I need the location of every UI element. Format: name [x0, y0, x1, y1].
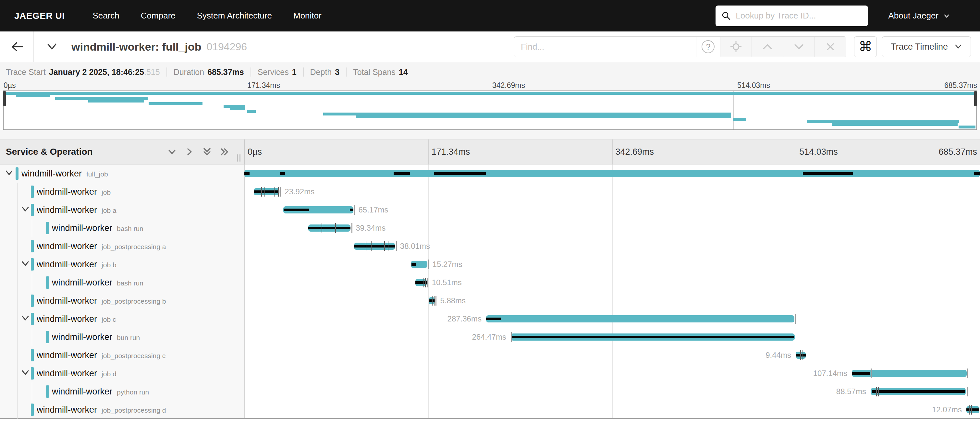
about-jaeger-menu[interactable]: About Jaeger: [888, 11, 950, 21]
span-timeline-cell[interactable]: 9.44ms: [244, 346, 980, 364]
span-name-cell[interactable]: windmill-workerjob a: [0, 201, 244, 219]
trace-start-value: January 2 2025, 18:46:25: [49, 67, 144, 77]
span-bar[interactable]: [486, 315, 795, 323]
collapse-chevron-icon[interactable]: [21, 205, 30, 215]
span-timeline-cell[interactable]: [244, 164, 980, 183]
prev-match-button[interactable]: [752, 37, 783, 57]
span-name-cell[interactable]: windmill-workerjob_postprocessing b: [0, 292, 244, 310]
span-name-cell[interactable]: windmill-workerfull_job: [0, 164, 244, 183]
span-name-cell[interactable]: windmill-workerjob_postprocessing c: [0, 346, 244, 364]
span-timeline-cell[interactable]: 10.51ms: [244, 274, 980, 292]
collapse-all-icon[interactable]: [201, 146, 213, 157]
span-name-cell[interactable]: windmill-workerbash run: [0, 274, 244, 292]
span-duration-label: 23.92ms: [285, 187, 315, 196]
nav-item-system-architecture[interactable]: System Architecture: [197, 11, 272, 21]
span-name-cell[interactable]: windmill-workerjob_postprocessing a: [0, 237, 244, 255]
span-row[interactable]: windmill-workerjob b15.27ms: [0, 255, 980, 274]
find-help-button[interactable]: ?: [696, 37, 720, 57]
trace-view-select[interactable]: Trace Timeline: [882, 37, 971, 57]
app-brand[interactable]: JAEGER UI: [14, 11, 65, 21]
collapse-chevron-icon[interactable]: [4, 169, 14, 178]
service-color-bar: [16, 167, 19, 180]
span-row[interactable]: windmill-workerpython run88.57ms: [0, 382, 980, 401]
span-timeline-cell[interactable]: 107.14ms: [244, 364, 980, 382]
span-timeline-cell[interactable]: 38.01ms: [244, 237, 980, 255]
span-row[interactable]: windmill-workerjob_postprocessing b5.88m…: [0, 292, 980, 310]
column-resize-handle[interactable]: [237, 154, 240, 162]
span-edge-tick: [795, 314, 796, 324]
span-row[interactable]: windmill-workerfull_job: [0, 164, 980, 183]
span-name-cell[interactable]: windmill-workerbun run: [0, 328, 244, 346]
span-name-cell[interactable]: windmill-workerpython run: [0, 382, 244, 401]
span-log-tick: [802, 350, 802, 360]
span-name-cell[interactable]: windmill-workerjob d: [0, 364, 244, 382]
service-name: windmill-workerjob_postprocessing d: [37, 405, 166, 415]
collapse-chevron-icon[interactable]: [21, 259, 30, 269]
span-timeline-cell[interactable]: 15.27ms: [244, 255, 980, 274]
command-icon: ⌘: [859, 40, 872, 54]
clear-find-button[interactable]: [815, 37, 846, 57]
chevron-down-icon: [21, 259, 30, 268]
span-row[interactable]: windmill-workerjob d107.14ms: [0, 364, 980, 382]
find-input[interactable]: [514, 37, 696, 57]
axis-tick-label: 0µs: [3, 81, 16, 90]
span-edge-tick: [436, 296, 436, 305]
minimap-time-axis: 0µs 171.34ms 342.69ms 514.03ms 685.37ms: [0, 82, 980, 91]
span-name-cell[interactable]: windmill-workerjob c: [0, 310, 244, 328]
nav-item-search[interactable]: Search: [92, 11, 119, 21]
span-row[interactable]: windmill-workerjob_postprocessing c9.44m…: [0, 346, 980, 364]
span-row[interactable]: windmill-workerbash run39.34ms: [0, 219, 980, 237]
expand-all-icon[interactable]: [219, 146, 231, 157]
minimap[interactable]: [3, 91, 977, 130]
span-name-cell[interactable]: windmill-workerbash run: [0, 219, 244, 237]
divider: [167, 67, 167, 76]
keyboard-shortcuts-button[interactable]: ⌘: [854, 37, 877, 57]
question-mark-icon: ?: [702, 40, 714, 53]
span-row[interactable]: windmill-workerbun run264.47ms: [0, 328, 980, 346]
minimap-span-bar: [247, 110, 256, 113]
minimap-scrubber-handle-left[interactable]: [3, 91, 6, 106]
span-row[interactable]: windmill-workerjob_postprocessing d12.07…: [0, 401, 980, 419]
service-color-bar: [31, 294, 34, 307]
span-bar[interactable]: [244, 170, 980, 177]
minimap-scrubber-handle-right[interactable]: [974, 91, 977, 106]
span-edge-tick: [967, 369, 968, 378]
span-name-cell[interactable]: windmill-workerjob b: [0, 255, 244, 274]
focus-match-button[interactable]: [720, 37, 752, 57]
expand-one-icon[interactable]: [184, 146, 195, 157]
span-row[interactable]: windmill-workerjob_postprocessing a38.01…: [0, 237, 980, 255]
span-timeline-cell[interactable]: 65.17ms: [244, 201, 980, 219]
chevron-down-icon: [943, 12, 950, 19]
indent-guide: [17, 237, 18, 255]
nav-item-monitor[interactable]: Monitor: [293, 11, 321, 21]
trace-id-input[interactable]: [736, 11, 862, 21]
span-timeline-cell[interactable]: 5.88ms: [244, 292, 980, 310]
span-timeline-cell[interactable]: 39.34ms: [244, 219, 980, 237]
span-row[interactable]: windmill-workerjob23.92ms: [0, 183, 980, 201]
span-name-cell[interactable]: windmill-workerjob_postprocessing d: [0, 401, 244, 419]
trace-header-bar: windmill-worker: full_job 0194296 ? ⌘ Tr…: [0, 32, 980, 62]
span-timeline-cell[interactable]: 287.36ms: [244, 310, 980, 328]
timeline-axis-header: 0µs 171.34ms 342.69ms 514.03ms 685.37ms: [244, 140, 980, 164]
minimap-grid-line: [733, 91, 734, 129]
span-timeline-cell[interactable]: 23.92ms: [244, 183, 980, 201]
collapse-trace-chevron[interactable]: [45, 41, 59, 52]
span-row[interactable]: windmill-workerjob a65.17ms: [0, 201, 980, 219]
span-name-cell[interactable]: windmill-workerjob: [0, 183, 244, 201]
span-duration-label: 39.34ms: [356, 224, 385, 232]
collapse-chevron-icon[interactable]: [21, 314, 30, 324]
back-button[interactable]: [0, 32, 34, 62]
critical-path-segment: [974, 172, 980, 175]
span-timeline-cell[interactable]: 88.57ms: [244, 382, 980, 401]
collapse-chevron-icon[interactable]: [21, 369, 30, 378]
collapse-one-icon[interactable]: [166, 146, 178, 157]
span-timeline-cell[interactable]: 12.07ms: [244, 401, 980, 419]
span-row[interactable]: windmill-workerjob c287.36ms: [0, 310, 980, 328]
span-timeline-cell[interactable]: 264.47ms: [244, 328, 980, 346]
next-match-button[interactable]: [783, 37, 815, 57]
operation-name: job d: [102, 370, 116, 378]
arrow-left-icon: [10, 40, 24, 53]
nav-item-compare[interactable]: Compare: [141, 11, 175, 21]
span-row[interactable]: windmill-workerbash run10.51ms: [0, 274, 980, 292]
operation-name: job_postprocessing d: [102, 407, 166, 414]
